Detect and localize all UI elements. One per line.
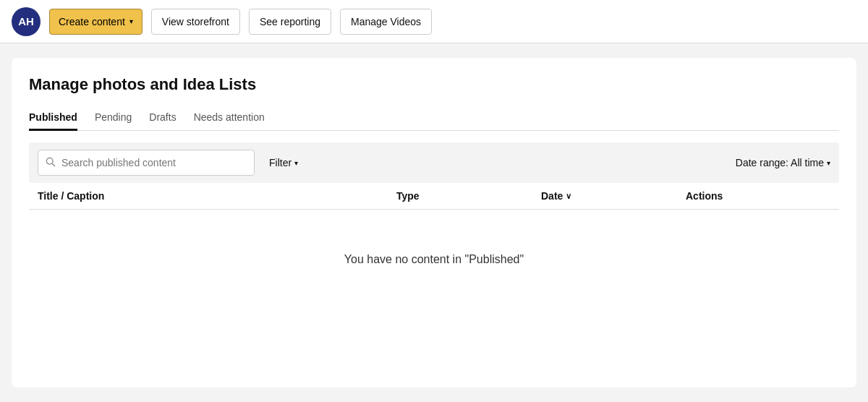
col-title-caption: Title / Caption — [38, 190, 396, 202]
create-content-button[interactable]: Create content ▾ — [49, 9, 142, 35]
tab-published[interactable]: Published — [29, 106, 77, 131]
col-date[interactable]: Date ∨ — [541, 190, 686, 202]
col-type: Type — [396, 190, 541, 202]
date-range-button[interactable]: Date range: All time ▾ — [736, 157, 830, 168]
tab-drafts[interactable]: Drafts — [149, 106, 176, 131]
main-area: Manage photos and Idea Lists Published P… — [0, 43, 868, 402]
filter-button[interactable]: Filter ▾ — [263, 154, 304, 171]
search-icon — [46, 157, 56, 169]
date-range-label: Date range: All time — [736, 157, 824, 168]
search-input[interactable] — [61, 157, 247, 168]
filter-label: Filter — [269, 157, 292, 168]
empty-state-message: You have no content in "Published" — [29, 210, 839, 288]
tab-needs-attention[interactable]: Needs attention — [194, 106, 265, 131]
filter-row: Filter ▾ Date range: All time ▾ — [29, 142, 839, 183]
table-header: Title / Caption Type Date ∨ Actions — [29, 183, 839, 210]
content-card: Manage photos and Idea Lists Published P… — [12, 58, 856, 388]
table-wrapper: Title / Caption Type Date ∨ Actions You … — [29, 183, 839, 288]
svg-line-1 — [52, 163, 55, 166]
top-nav: AH Create content ▾ View storefront See … — [0, 0, 868, 43]
create-content-label: Create content — [59, 16, 125, 27]
col-actions: Actions — [686, 190, 830, 202]
chevron-down-icon: ▾ — [294, 159, 298, 167]
chevron-down-icon: ▾ — [129, 17, 133, 25]
avatar: AH — [12, 7, 41, 36]
page-title: Manage photos and Idea Lists — [29, 75, 839, 94]
sort-icon: ∨ — [566, 192, 571, 201]
tabs-nav: Published Pending Drafts Needs attention — [29, 106, 839, 131]
see-reporting-button[interactable]: See reporting — [249, 9, 331, 35]
tab-pending[interactable]: Pending — [95, 106, 132, 131]
chevron-down-icon: ▾ — [827, 159, 830, 167]
view-storefront-button[interactable]: View storefront — [151, 9, 240, 35]
manage-videos-button[interactable]: Manage Videos — [340, 9, 432, 35]
search-box[interactable] — [38, 150, 255, 176]
